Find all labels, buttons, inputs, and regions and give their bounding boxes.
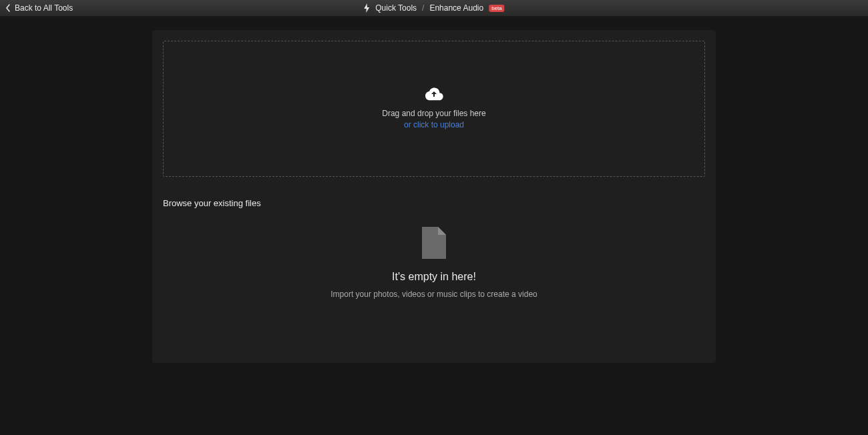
- file-icon: [422, 227, 446, 259]
- back-to-all-tools-link[interactable]: Back to All Tools: [5, 3, 73, 13]
- breadcrumb-separator: /: [422, 3, 424, 13]
- beta-badge: beta: [489, 5, 505, 12]
- dropzone-instruction: Drag and drop your files here: [382, 109, 485, 118]
- breadcrumb-quick-tools[interactable]: Quick Tools: [375, 3, 417, 13]
- browse-title: Browse your existing files: [163, 198, 705, 208]
- cloud-upload-icon: [425, 87, 443, 101]
- back-label: Back to All Tools: [15, 3, 73, 13]
- file-dropzone[interactable]: Drag and drop your files here or click t…: [163, 41, 705, 177]
- empty-state: It's empty in here! Import your photos, …: [163, 219, 705, 352]
- breadcrumb-current: Enhance Audio: [429, 3, 483, 13]
- chevron-left-icon: [5, 4, 11, 12]
- dropzone-upload-link[interactable]: or click to upload: [404, 120, 464, 129]
- empty-title: It's empty in here!: [392, 271, 476, 283]
- main-panel: Drag and drop your files here or click t…: [152, 30, 716, 363]
- browse-section: Browse your existing files It's empty in…: [163, 198, 705, 352]
- dropzone-text: Drag and drop your files here or click t…: [382, 108, 485, 131]
- lightning-icon: [363, 3, 370, 13]
- header: Back to All Tools Quick Tools / Enhance …: [0, 0, 868, 17]
- breadcrumb: Quick Tools / Enhance Audio beta: [363, 3, 504, 13]
- content-area: Drag and drop your files here or click t…: [0, 17, 868, 376]
- empty-description: Import your photos, videos or music clip…: [331, 290, 537, 299]
